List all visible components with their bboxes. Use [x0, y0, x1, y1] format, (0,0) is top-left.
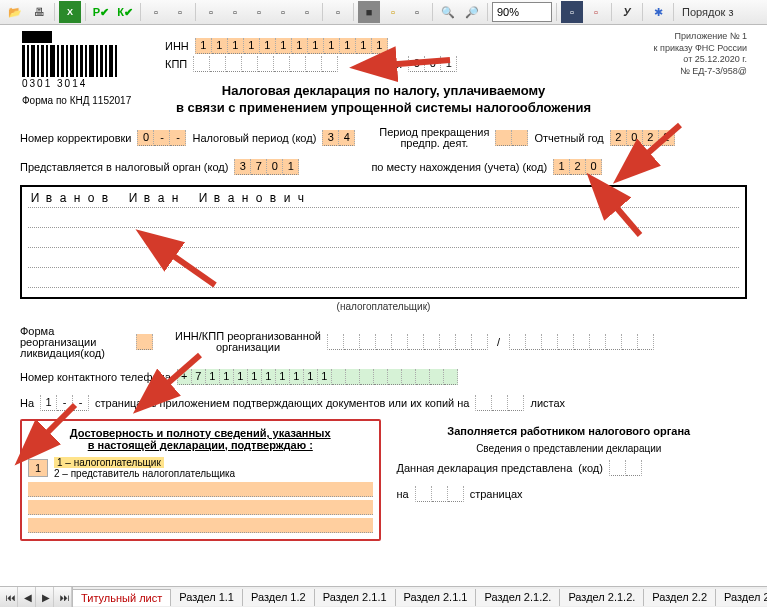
attach-l2: к приказу ФНС России: [654, 43, 747, 55]
svg-rect-12: [80, 45, 83, 77]
organ-label: Представляется в налоговый орган (код): [20, 161, 228, 173]
reorg-label: Форма реорганизацииликвидация(код): [20, 326, 130, 359]
svg-rect-7: [57, 45, 59, 77]
svg-rect-13: [85, 45, 87, 77]
tab-8[interactable]: Раздел 2.2: [716, 589, 767, 606]
tab-2[interactable]: Раздел 1.2: [243, 589, 315, 606]
worker-pages[interactable]: [415, 486, 464, 502]
svg-rect-15: [96, 45, 98, 77]
tab-3[interactable]: Раздел 2.1.1: [315, 589, 396, 606]
phone-label: Номер контактного телефона: [20, 371, 171, 383]
confirm-value[interactable]: 1: [28, 459, 48, 477]
tab-last[interactable]: ⏭: [54, 587, 72, 607]
worker-l1a: Данная декларация представлена: [397, 462, 573, 474]
calc-icon[interactable]: ▫: [406, 1, 428, 23]
kpp-label: КПП: [165, 58, 187, 70]
kpp-field[interactable]: [193, 56, 338, 72]
confirm-opt1: 1 – налогоплательщик: [54, 457, 164, 468]
open-icon[interactable]: 📂: [4, 1, 26, 23]
page: Приложение № 1 к приказу ФНС России от 2…: [0, 25, 767, 591]
tab-first[interactable]: ⏮: [0, 587, 18, 607]
attach-pages-field[interactable]: [475, 395, 524, 411]
svg-rect-6: [50, 45, 55, 77]
tab-7[interactable]: Раздел 2.2: [644, 589, 716, 606]
style-icon-1[interactable]: ▫: [561, 1, 583, 23]
barcode-number: 0301 3014: [22, 78, 131, 89]
tool-icon-5[interactable]: ▫: [248, 1, 270, 23]
year-label: Отчетный год: [534, 132, 603, 144]
tool-icon-7[interactable]: ▫: [296, 1, 318, 23]
svg-rect-19: [115, 45, 117, 77]
tab-6[interactable]: Раздел 2.1.2.: [560, 589, 644, 606]
tab-5[interactable]: Раздел 2.1.2.: [476, 589, 560, 606]
doc-icon[interactable]: ▫: [327, 1, 349, 23]
zoom-input[interactable]: [492, 2, 552, 22]
u-icon[interactable]: У: [616, 1, 638, 23]
tool-icon-3[interactable]: ▫: [200, 1, 222, 23]
link-icon[interactable]: ✱: [647, 1, 669, 23]
toolbar: 📂 🖶 X Р✔ К✔ ▫ ▫ ▫ ▫ ▫ ▫ ▫ ▫ ■ ▫ ▫ 🔍 🔎 ▫ …: [0, 0, 767, 25]
inn-label: ИНН: [165, 40, 189, 52]
place-label: по месту нахождения (учета) (код): [371, 161, 547, 173]
p-check-icon[interactable]: Р✔: [90, 1, 112, 23]
worker-title: Заполняется работником налогового органа: [397, 425, 742, 437]
tool-icon-6[interactable]: ▫: [272, 1, 294, 23]
k-check-icon[interactable]: К✔: [114, 1, 136, 23]
organ-field[interactable]: 3701: [234, 159, 299, 175]
str-label: Стр.: [380, 58, 402, 70]
reorg-inn-field[interactable]: [327, 334, 488, 350]
tool-icon-4[interactable]: ▫: [224, 1, 246, 23]
attach-l1: Приложение № 1: [654, 31, 747, 43]
excel-icon[interactable]: X: [59, 1, 81, 23]
period-label: Налоговый период (код): [192, 132, 316, 144]
reorg-inn-label: ИНН/КПП реорганизованнойорганизации: [175, 331, 321, 353]
find-icon[interactable]: 🔍: [437, 1, 459, 23]
svg-rect-3: [37, 45, 39, 77]
folder-icon[interactable]: ▫: [382, 1, 404, 23]
svg-rect-0: [22, 45, 25, 77]
worker-l2a: на: [397, 488, 409, 500]
tab-prev[interactable]: ◀: [18, 587, 36, 607]
svg-rect-18: [109, 45, 113, 77]
attachment-info: Приложение № 1 к приказу ФНС России от 2…: [654, 31, 747, 78]
svg-rect-5: [46, 45, 48, 77]
period-field[interactable]: 34: [322, 130, 355, 146]
pages-mid-label: страницах с приложением подтверждающих д…: [95, 397, 469, 409]
corr-field[interactable]: 0--: [137, 130, 186, 146]
place-field[interactable]: 120: [553, 159, 602, 175]
style-icon-2[interactable]: ▫: [585, 1, 607, 23]
svg-rect-17: [105, 45, 107, 77]
worker-l2b: страницах: [470, 488, 523, 500]
inn-field[interactable]: 111111111111: [195, 38, 388, 54]
worker-code[interactable]: [609, 460, 642, 476]
reorg-kpp-field[interactable]: [509, 334, 654, 350]
pages-sheets-label: листах: [530, 397, 565, 409]
svg-rect-4: [41, 45, 44, 77]
tab-1[interactable]: Раздел 1.1: [171, 589, 243, 606]
attach-l4: № ЕД-7-3/958@: [654, 66, 747, 78]
tool-icon-1[interactable]: ▫: [145, 1, 167, 23]
tab-0[interactable]: Титульный лист: [73, 589, 171, 606]
term-field[interactable]: [495, 130, 528, 146]
print-icon[interactable]: 🖶: [28, 1, 50, 23]
reorg-field[interactable]: [136, 334, 153, 350]
worker-l1b: (код): [578, 462, 603, 474]
year-field[interactable]: 2022: [610, 130, 675, 146]
tab-next[interactable]: ▶: [36, 587, 54, 607]
worker-box: Заполняется работником налогового органа…: [391, 419, 748, 541]
tool-icon-2[interactable]: ▫: [169, 1, 191, 23]
svg-rect-10: [70, 45, 74, 77]
svg-rect-9: [66, 45, 68, 77]
tab-4[interactable]: Раздел 2.1.1: [396, 589, 477, 606]
pages-field[interactable]: 1--: [40, 395, 89, 411]
taxpayer-name-box[interactable]: Иванов Иван Иванович: [20, 185, 747, 299]
worker-sub: Сведения о представлении декларации: [397, 443, 742, 454]
str-field: 001: [408, 56, 457, 72]
svg-rect-11: [76, 45, 78, 77]
binoculars-icon[interactable]: 🔎: [461, 1, 483, 23]
svg-rect-16: [100, 45, 103, 77]
gray-icon[interactable]: ■: [358, 1, 380, 23]
phone-field[interactable]: +7111111111: [177, 369, 458, 385]
order-label[interactable]: Порядок з: [678, 6, 737, 18]
svg-rect-14: [89, 45, 94, 77]
